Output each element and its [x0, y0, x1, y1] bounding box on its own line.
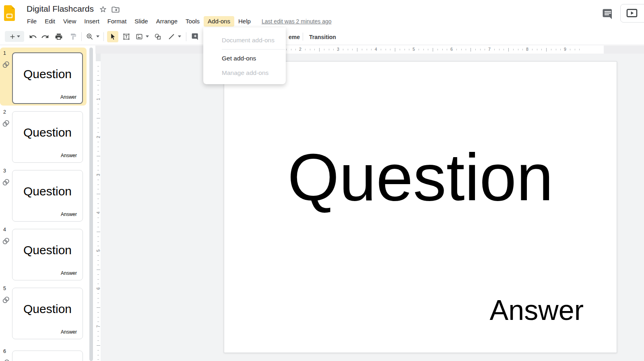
slide-thumbnail-1[interactable]: QuestionAnswer	[12, 52, 83, 104]
thumbnail-answer-text: Answer	[61, 212, 77, 217]
ruler-tick	[97, 270, 100, 270]
ruler-tick	[305, 49, 305, 50]
present-button[interactable]	[620, 4, 644, 23]
logo-fold-cut	[11, 5, 15, 9]
ruler-tick	[97, 161, 99, 161]
ruler-tick	[97, 218, 99, 218]
insert-line-button[interactable]	[166, 31, 177, 42]
slide-canvas[interactable]: Question Answer	[224, 61, 617, 353]
menu-format[interactable]: Format	[103, 16, 131, 27]
ruler-tick	[97, 241, 99, 242]
menu-arrange[interactable]: Arrange	[152, 16, 182, 27]
menu-file[interactable]: File	[23, 16, 41, 27]
menu-add-ons[interactable]: Add-ons	[204, 16, 234, 27]
ruler-tick	[97, 180, 99, 180]
menu-view[interactable]: View	[59, 16, 80, 27]
menu-help[interactable]: Help	[234, 16, 255, 27]
comments-icon[interactable]	[601, 8, 614, 20]
menu-edit[interactable]: Edit	[41, 16, 59, 27]
last-edit-link[interactable]: Last edit was 2 minutes ago	[262, 18, 332, 25]
insert-comment-button[interactable]	[190, 31, 201, 42]
print-button[interactable]	[53, 31, 64, 42]
slide-thumbnail-5[interactable]: QuestionAnswer	[12, 288, 83, 339]
ruler-tick	[471, 48, 471, 52]
ruler-tick	[97, 255, 99, 256]
ruler-tick	[97, 109, 99, 109]
ruler-number: 6	[96, 286, 101, 291]
ruler-tick	[97, 359, 99, 360]
ruler-corner	[96, 54, 101, 61]
ruler-tick	[461, 49, 462, 50]
document-add-ons-menu-item: Document add-ons	[203, 33, 286, 48]
ruler-tick	[570, 49, 570, 50]
star-icon[interactable]	[99, 5, 107, 13]
zoom-button[interactable]	[84, 31, 95, 42]
ruler-number: 1	[96, 97, 101, 102]
ruler-tick	[513, 49, 514, 50]
ruler-tick	[423, 49, 424, 50]
undo-button[interactable]	[27, 31, 39, 42]
ruler-tick	[286, 49, 287, 50]
ruler-tick	[97, 237, 99, 237]
ruler-tick	[329, 49, 329, 50]
image-dropdown-caret[interactable]	[146, 35, 149, 37]
toolbar-divider	[81, 32, 82, 41]
ruler-tick	[97, 274, 99, 275]
ruler-tick	[522, 49, 523, 50]
menu-insert[interactable]: Insert	[80, 16, 103, 27]
move-to-folder-icon[interactable]	[111, 5, 120, 13]
ruler-tick	[97, 227, 99, 227]
menu-divider	[222, 49, 285, 50]
ruler-number: 6	[448, 47, 455, 52]
thumbnail-question-text: Question	[12, 303, 83, 315]
menu-slide[interactable]: Slide	[130, 16, 152, 27]
ruler-tick	[419, 49, 419, 50]
ruler-tick	[357, 48, 357, 52]
slide-answer-text[interactable]: Answer	[490, 296, 584, 324]
ruler-tick	[97, 203, 99, 204]
insert-image-button[interactable]	[134, 31, 145, 42]
ruler-tick	[494, 49, 495, 50]
slide-thumbnail-2[interactable]: QuestionAnswer	[12, 111, 83, 163]
paint-format-button[interactable]	[68, 31, 79, 42]
slide-question-text[interactable]: Question	[224, 144, 617, 211]
new-slide-dropdown-caret[interactable]	[17, 35, 20, 37]
ruler-tick	[579, 49, 580, 50]
ruler-tick	[97, 132, 99, 133]
ruler-tick	[97, 279, 99, 280]
filmstrip-scrollbar[interactable]	[89, 48, 93, 361]
document-title[interactable]: Digital Flashcards	[27, 4, 94, 14]
select-cursor-button[interactable]	[107, 31, 118, 42]
menu-tools[interactable]: Tools	[182, 16, 204, 27]
insert-shape-button[interactable]	[152, 31, 163, 42]
ruler-tick	[97, 66, 99, 66]
redo-button[interactable]	[39, 31, 51, 42]
toolbar-divider	[186, 32, 186, 41]
ruler-tick	[97, 350, 99, 351]
thumbnail-answer-text: Answer	[61, 271, 77, 276]
slide-thumbnail-3[interactable]: QuestionAnswer	[12, 170, 83, 222]
toolbar-divider	[303, 33, 303, 41]
theme-button-partial[interactable]: eme	[289, 34, 300, 40]
get-add-ons-menu-item[interactable]: Get add-ons	[203, 51, 286, 66]
slide-thumbnail-4[interactable]: QuestionAnswer	[12, 229, 83, 280]
thumbnail-answer-text: Answer	[60, 95, 76, 100]
text-box-button[interactable]	[121, 31, 132, 42]
new-slide-button[interactable]	[5, 31, 24, 42]
ruler-tick	[295, 49, 296, 50]
line-dropdown-caret[interactable]	[178, 35, 181, 37]
zoom-dropdown-caret[interactable]	[96, 35, 99, 37]
ruler-tick	[447, 49, 447, 50]
slide-link-icon	[1, 295, 11, 305]
ruler-tick	[537, 49, 537, 50]
canvas-area: Question Answer	[101, 54, 644, 361]
ruler-tick	[97, 151, 99, 151]
ruler-tick	[97, 142, 99, 142]
ruler-number: 5	[411, 47, 417, 52]
ruler-tick	[475, 49, 476, 50]
ruler-tick	[541, 49, 542, 50]
transition-button[interactable]: Transition	[309, 34, 336, 40]
ruler-tick	[97, 293, 99, 294]
slide-thumbnail-6[interactable]	[12, 351, 83, 361]
slides-logo[interactable]	[4, 5, 15, 21]
